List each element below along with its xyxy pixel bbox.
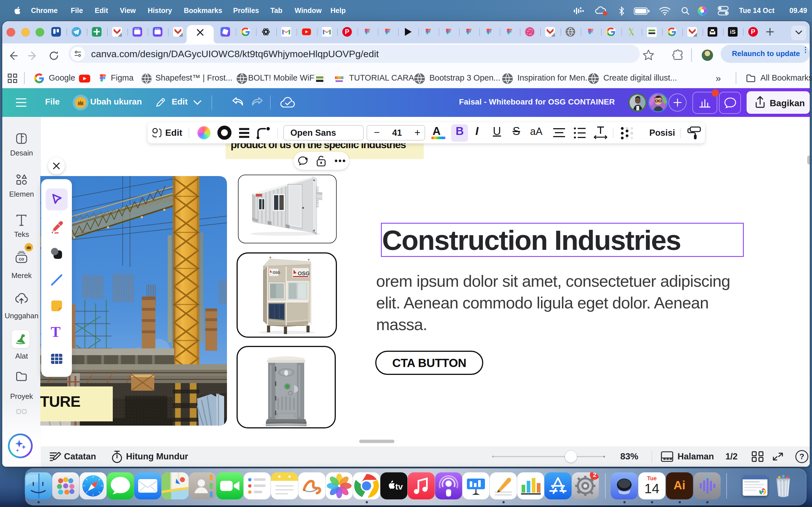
- svg-text:OSG: OSG: [298, 270, 310, 276]
- svg-text:co: co: [19, 257, 24, 262]
- svg-text:OSG: OSG: [273, 271, 280, 275]
